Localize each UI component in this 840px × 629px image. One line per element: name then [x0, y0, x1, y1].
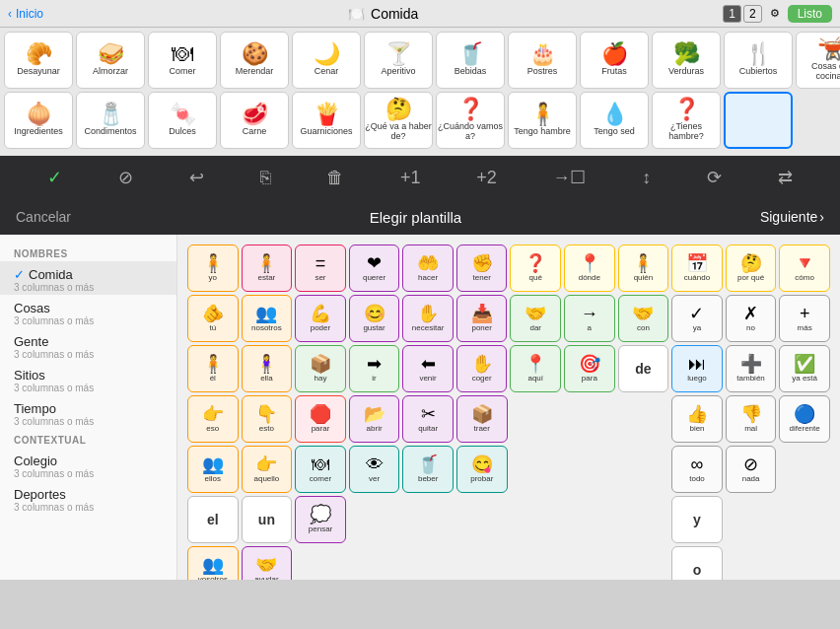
sidebar-item-cosas[interactable]: Cosas 3 columnas o más — [0, 295, 176, 328]
ready-button[interactable]: Listo — [788, 5, 832, 23]
tcell-donde[interactable]: 📍dónde — [564, 245, 615, 292]
tcell-quitar[interactable]: ✂quitar — [402, 395, 454, 443]
tcell-ya-esta[interactable]: ✅ya está — [779, 345, 830, 392]
grid-cell-merendar[interactable]: 🍪Merendar — [220, 32, 289, 89]
tcell-coger[interactable]: ✋coger — [456, 345, 508, 392]
toolbar-sort-icon[interactable]: ↕ — [642, 168, 651, 188]
tcell-a[interactable]: →a — [564, 295, 615, 342]
toolbar-undo-icon[interactable]: ↩ — [189, 167, 204, 188]
tcell-mal[interactable]: 👎mal — [726, 395, 777, 443]
grid-cell-dulces[interactable]: 🍬Dulces — [148, 92, 217, 149]
tcell-gustar[interactable]: 😊gustar — [349, 295, 400, 342]
tcell-dar[interactable]: 🤝dar — [510, 295, 561, 342]
toolbar-copy-icon[interactable]: ⎘ — [260, 168, 271, 188]
grid-cell-cubiertos[interactable]: 🍴Cubiertos — [724, 32, 793, 89]
tcell-ellos[interactable]: 👥ellos — [187, 446, 239, 493]
tcell-ayudar[interactable]: 🤝ayudar — [242, 546, 293, 580]
tcell-ver[interactable]: 👁ver — [349, 446, 400, 493]
grid-cell-condimentos[interactable]: 🧂Condimentos — [76, 92, 145, 149]
tcell-eso[interactable]: 👉eso — [187, 395, 239, 443]
sidebar-item-colegio[interactable]: Colegio 3 columnas o más — [0, 448, 176, 481]
toolbar-delete-icon[interactable]: 🗑 — [326, 168, 344, 188]
tcell-hay[interactable]: 📦hay — [295, 345, 346, 392]
toolbar-cancel-icon[interactable]: ⊘ — [118, 167, 133, 188]
page-2[interactable]: 2 — [743, 5, 762, 23]
tcell-traer[interactable]: 📦traer — [456, 395, 508, 443]
sidebar-item-tiempo[interactable]: Tiempo 3 columnas o más — [0, 395, 176, 429]
grid-cell-tengo-sed[interactable]: 💧Tengo sed — [580, 92, 649, 149]
grid-cell-almorzar[interactable]: 🥪Almorzar — [76, 32, 145, 89]
tcell-beber[interactable]: 🥤beber — [402, 446, 454, 493]
grid-cell-comer[interactable]: 🍽Comer — [148, 32, 217, 89]
tcell-nosotros[interactable]: 👥nosotros — [242, 295, 293, 342]
grid-cell-tengo-hambre[interactable]: 🧍Tengo hambre — [508, 92, 577, 149]
tcell-el-pron[interactable]: 🧍él — [187, 345, 239, 392]
grid-cell-frutas[interactable]: 🍎Frutas — [580, 32, 649, 89]
tcell-con[interactable]: 🤝con — [618, 295, 669, 342]
page-1[interactable]: 1 — [723, 5, 741, 23]
tcell-luego[interactable]: ⏭luego — [671, 345, 723, 392]
toolbar-plus1-icon[interactable]: +1 — [400, 168, 421, 188]
grid-cell-carne[interactable]: 🥩Carne — [220, 92, 289, 149]
tcell-comer[interactable]: 🍽comer — [295, 446, 346, 493]
tcell-el-art[interactable]: el — [187, 496, 239, 543]
settings-icon[interactable]: ⚙ — [770, 7, 780, 20]
grid-cell-ingredientes[interactable]: 🧅Ingredientes — [4, 92, 73, 149]
tcell-bien[interactable]: 👍bien — [671, 395, 723, 443]
tcell-estar[interactable]: 🧍estar — [242, 245, 293, 292]
toolbar-check-icon[interactable]: ✓ — [47, 167, 62, 188]
grid-cell-cosas-cocinar[interactable]: 🫕Cosas de cocinar — [796, 32, 840, 89]
tcell-abrir[interactable]: 📂abrir — [349, 395, 400, 443]
toolbar-arrow-box-icon[interactable]: →☐ — [552, 167, 586, 188]
tcell-querer[interactable]: ❤querer — [349, 245, 400, 292]
grid-cell-postres[interactable]: 🎂Postres — [508, 32, 577, 89]
tcell-y[interactable]: y — [671, 496, 723, 543]
tcell-necesitar[interactable]: ✋necesitar — [402, 295, 454, 342]
grid-cell-desayunar[interactable]: 🥐Desayunar — [4, 32, 73, 89]
grid-cell-selected[interactable] — [724, 92, 793, 149]
tcell-ir[interactable]: ➡ir — [349, 345, 400, 392]
sidebar-item-comida[interactable]: ✓ Comida 3 columnas o más — [0, 261, 176, 295]
tcell-cuando[interactable]: 📅cuándo — [671, 245, 723, 292]
sidebar-item-sitios[interactable]: Sitios 3 columnas o más — [0, 362, 176, 395]
grid-cell-tienes-hambre[interactable]: ❓¿Tienes hambre? — [652, 92, 721, 149]
tcell-probar[interactable]: 😋probar — [456, 446, 508, 493]
tcell-tu[interactable]: 🫵tú — [187, 295, 239, 342]
grid-cell-bebidas[interactable]: 🥤Bebidas — [436, 32, 505, 89]
grid-cell-aperitivo[interactable]: 🍸Aperitivo — [364, 32, 433, 89]
tcell-aqui[interactable]: 📍aquí — [510, 345, 561, 392]
toolbar-swap-icon[interactable]: ⇄ — [778, 167, 793, 188]
tcell-nada[interactable]: ⊘nada — [726, 446, 777, 493]
grid-cell-cenar[interactable]: 🌙Cenar — [292, 32, 361, 89]
tcell-venir[interactable]: ⬅venir — [402, 345, 454, 392]
grid-cell-cuando-vamos[interactable]: ❓¿Cuándo vamos a? — [436, 92, 505, 149]
tcell-de[interactable]: de — [618, 345, 669, 392]
tcell-poner[interactable]: 📥poner — [456, 295, 508, 342]
tcell-un[interactable]: un — [242, 496, 293, 543]
tcell-no[interactable]: ✗no — [726, 295, 777, 342]
tcell-parar[interactable]: 🛑parar — [295, 395, 346, 443]
tcell-ella[interactable]: 🧍‍♀️ella — [242, 345, 293, 392]
tcell-esto[interactable]: 👇esto — [242, 395, 293, 443]
tcell-tambien[interactable]: ➕también — [726, 345, 777, 392]
tcell-tener[interactable]: ✊tener — [456, 245, 508, 292]
sidebar-item-deportes[interactable]: Deportes 3 columnas o más — [0, 481, 176, 515]
tcell-porque[interactable]: 🤔por qué — [726, 245, 777, 292]
tcell-diferente[interactable]: 🔵diferente — [779, 395, 830, 443]
tcell-pensar[interactable]: 💭pensar — [295, 496, 346, 543]
tcell-aquello[interactable]: 👉aquello — [242, 446, 293, 493]
tcell-para[interactable]: 🎯para — [564, 345, 615, 392]
tcell-que[interactable]: ❓qué — [510, 245, 561, 292]
tcell-o[interactable]: o — [671, 546, 723, 580]
grid-cell-guarniciones[interactable]: 🍟Guarniciones — [292, 92, 361, 149]
tcell-ser[interactable]: =ser — [295, 245, 346, 292]
tcell-ya[interactable]: ✓ya — [671, 295, 723, 342]
tcell-hacer[interactable]: 🤲hacer — [402, 245, 454, 292]
tcell-como[interactable]: 🔻cómo — [779, 245, 830, 292]
tcell-quien[interactable]: 🧍quién — [618, 245, 669, 292]
toolbar-plus2-icon[interactable]: +2 — [476, 168, 497, 188]
tcell-vosotros[interactable]: 👥vosotros — [187, 546, 239, 580]
grid-cell-que-haber[interactable]: 🤔¿Qué va a haber de? — [364, 92, 433, 149]
tcell-yo[interactable]: 🧍yo — [187, 245, 239, 292]
back-button[interactable]: ‹ Inicio — [8, 7, 43, 21]
